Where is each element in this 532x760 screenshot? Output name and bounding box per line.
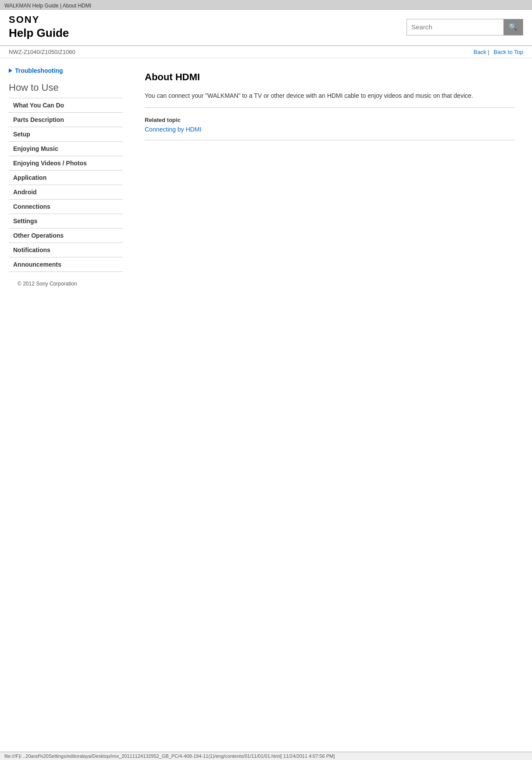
related-topic-link[interactable]: Connecting by HDMI	[145, 126, 201, 133]
main-content: About HDMI You can connect your "WALKMAN…	[132, 58, 523, 300]
sidebar-item-enjoying-videos[interactable]: Enjoying Videos / Photos	[9, 156, 123, 170]
sony-logo: SONY	[9, 14, 69, 25]
sidebar-link-other-operations[interactable]: Other Operations	[13, 232, 118, 239]
sidebar-link-enjoying-music[interactable]: Enjoying Music	[13, 145, 118, 152]
sidebar-item-notifications[interactable]: Notifications	[9, 243, 123, 257]
troubleshooting-label: Troubleshooting	[15, 67, 63, 74]
sidebar: Troubleshooting How to Use What You Can …	[9, 58, 132, 300]
sidebar-item-what-you-can-do[interactable]: What You Can Do	[9, 98, 123, 112]
related-topic-link-container: Connecting by HDMI	[145, 126, 514, 133]
back-to-top-link[interactable]: Back to Top	[493, 49, 523, 55]
nav-separator: |	[488, 49, 491, 55]
sidebar-link-enjoying-videos[interactable]: Enjoying Videos / Photos	[13, 160, 118, 167]
sidebar-item-other-operations[interactable]: Other Operations	[9, 228, 123, 243]
nav-bar: NWZ-Z1040/Z1050/Z1060 Back | Back to Top	[0, 46, 532, 58]
sidebar-link-android[interactable]: Android	[13, 189, 118, 196]
sidebar-item-enjoying-music[interactable]: Enjoying Music	[9, 141, 123, 156]
content-title: About HDMI	[145, 71, 514, 83]
related-topic-section: Related topic Connecting by HDMI	[145, 117, 514, 140]
sidebar-item-setup[interactable]: Setup	[9, 127, 123, 141]
related-topic-label: Related topic	[145, 117, 514, 123]
content-paragraph: You can connect your "WALKMAN" to a TV o…	[145, 91, 514, 100]
main-layout: Troubleshooting How to Use What You Can …	[0, 58, 532, 300]
search-input[interactable]	[407, 21, 503, 33]
sidebar-item-android[interactable]: Android	[9, 185, 123, 199]
model-number: NWZ-Z1040/Z1050/Z1060	[9, 49, 75, 55]
header-branding: SONY Help Guide	[9, 14, 69, 40]
sidebar-link-setup[interactable]: Setup	[13, 131, 118, 138]
nav-links: Back | Back to Top	[471, 49, 523, 55]
sidebar-link-parts-description[interactable]: Parts Description	[13, 116, 118, 123]
sidebar-link-announcements[interactable]: Announcements	[13, 261, 118, 268]
sidebar-item-settings[interactable]: Settings	[9, 214, 123, 228]
search-icon: 🔍	[509, 23, 518, 31]
tab-title: WALKMAN Help Guide | About HDMI	[4, 3, 91, 9]
sidebar-link-notifications[interactable]: Notifications	[13, 246, 118, 253]
search-area: 🔍	[407, 19, 523, 36]
search-button[interactable]: 🔍	[503, 19, 523, 35]
back-link[interactable]: Back	[474, 49, 486, 55]
sidebar-item-announcements[interactable]: Announcements	[9, 257, 123, 272]
content-body: You can connect your "WALKMAN" to a TV o…	[145, 91, 514, 108]
chevron-icon	[9, 68, 12, 73]
footer: © 2012 Sony Corporation	[9, 272, 123, 291]
sidebar-item-connections[interactable]: Connections	[9, 199, 123, 214]
help-guide-title: Help Guide	[9, 26, 69, 40]
browser-tab: WALKMAN Help Guide | About HDMI	[0, 0, 532, 10]
copyright: © 2012 Sony Corporation	[18, 281, 77, 287]
troubleshooting-link[interactable]: Troubleshooting	[9, 67, 123, 74]
sidebar-link-what-you-can-do[interactable]: What You Can Do	[13, 102, 118, 109]
how-to-use-heading: How to Use	[9, 82, 123, 93]
sidebar-link-application[interactable]: Application	[13, 174, 118, 181]
sidebar-item-parts-description[interactable]: Parts Description	[9, 112, 123, 127]
sidebar-nav: What You Can Do Parts Description Setup …	[9, 98, 123, 272]
sidebar-item-application[interactable]: Application	[9, 170, 123, 185]
page-header: SONY Help Guide 🔍	[0, 10, 532, 46]
sidebar-link-settings[interactable]: Settings	[13, 218, 118, 225]
sidebar-link-connections[interactable]: Connections	[13, 203, 118, 210]
